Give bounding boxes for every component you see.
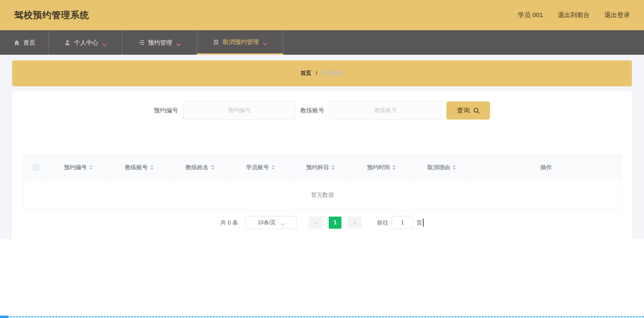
page-size-value: 10条/页	[258, 219, 276, 226]
breadcrumb: 首页 / 取消预约	[12, 60, 632, 86]
breadcrumb-home-link[interactable]: 首页	[301, 70, 311, 77]
goto-suffix: 页	[417, 219, 422, 227]
nav-item-label: 取消预约管理	[223, 38, 259, 46]
column-header-cancel-reason[interactable]: 取消理由	[413, 155, 471, 180]
column-label: 预约科目	[306, 164, 329, 171]
column-header-student-account[interactable]: 学员账号	[230, 155, 291, 180]
exit-to-front-link[interactable]: 退出到前台	[558, 11, 590, 19]
search-button[interactable]: 查询	[446, 101, 490, 120]
breadcrumb-current: 取消预约	[322, 70, 343, 77]
booking-no-input[interactable]	[183, 101, 296, 120]
nav-item-label: 首页	[23, 39, 36, 47]
booking-no-label: 预约编号	[154, 106, 178, 115]
select-all-cell	[24, 155, 48, 180]
nav-item-home[interactable]: 首页	[0, 30, 49, 55]
nav-item-label: 个人中心	[74, 39, 98, 47]
column-header-booking-subject[interactable]: 预约科目	[291, 155, 351, 180]
content-card: 预约编号 教练账号 查询	[12, 91, 632, 239]
chevron-right-icon: ›	[354, 220, 356, 226]
column-label: 学员账号	[246, 164, 269, 171]
prev-page-button[interactable]: ‹	[309, 217, 323, 229]
user-icon	[64, 39, 71, 46]
nav-item-personal-center[interactable]: 个人中心	[49, 30, 122, 55]
app-header: 驾校预约管理系统 学员 001 退出到前台 退出登录	[0, 0, 644, 30]
table-header-row: 预约编号 教练账号 教练姓名 学员账号	[24, 155, 622, 180]
bottom-dashed-line	[10, 316, 644, 317]
chevron-left-icon: ‹	[315, 220, 317, 226]
chevron-down-icon	[102, 41, 107, 44]
chevron-down-icon	[176, 41, 181, 44]
sort-carets-icon[interactable]	[271, 165, 275, 170]
home-icon	[13, 39, 20, 46]
cancel-booking-table: 预约编号 教练账号 教练姓名 学员账号	[23, 154, 621, 210]
column-header-actions: 操作	[471, 155, 622, 180]
column-label: 教练账号	[125, 164, 148, 171]
next-page-button[interactable]: ›	[347, 217, 362, 229]
sort-carets-icon[interactable]	[452, 165, 456, 170]
sort-carets-icon[interactable]	[150, 165, 154, 170]
text-cursor	[423, 219, 424, 227]
logout-link[interactable]: 退出登录	[604, 11, 630, 19]
total-count-text: 共 0 条	[220, 219, 238, 227]
chevron-down-icon	[263, 40, 267, 43]
column-label: 预约编号	[64, 164, 87, 171]
coach-account-label: 教练账号	[300, 106, 324, 115]
pagination: 共 0 条 10条/页 ‹ 1 › 前往 页	[12, 216, 632, 229]
select-all-checkbox[interactable]	[33, 164, 39, 171]
sort-carets-icon[interactable]	[89, 165, 93, 170]
user-label[interactable]: 学员 001	[518, 11, 543, 19]
column-label: 预约时间	[367, 164, 390, 171]
app-title: 驾校预约管理系统	[14, 9, 89, 21]
column-label: 教练姓名	[186, 164, 209, 171]
sort-carets-icon[interactable]	[392, 165, 396, 170]
search-button-label: 查询	[457, 106, 470, 115]
column-label: 操作	[540, 164, 552, 171]
nav-item-label: 预约管理	[148, 39, 172, 47]
sort-carets-icon[interactable]	[211, 165, 214, 170]
nav-item-booking-management[interactable]: 预约管理	[122, 30, 197, 55]
column-header-coach-name[interactable]: 教练姓名	[170, 155, 230, 180]
magnifier-icon	[473, 107, 480, 114]
column-header-booking-time[interactable]: 预约时间	[351, 155, 413, 180]
empty-row: 暂无数据	[24, 180, 622, 210]
chevron-down-icon	[280, 221, 284, 224]
column-label: 取消理由	[427, 164, 450, 171]
goto-page-input[interactable]	[392, 216, 413, 229]
nav-item-cancel-booking-management[interactable]: 取消预约管理	[197, 30, 283, 55]
sort-carets-icon[interactable]	[331, 165, 335, 170]
clipboard-check-icon	[213, 39, 219, 45]
page-size-select[interactable]: 10条/页	[246, 216, 297, 229]
column-header-booking-no[interactable]: 预约编号	[48, 155, 109, 180]
page-number-1[interactable]: 1	[329, 217, 341, 229]
goto-label: 前往	[377, 219, 388, 227]
header-actions: 学员 001 退出到前台 退出登录	[518, 11, 630, 19]
breadcrumb-separator: /	[316, 71, 317, 77]
list-icon	[138, 39, 145, 46]
bottom-line-start	[0, 316, 9, 318]
search-form: 预约编号 教练账号 查询	[12, 101, 632, 120]
page: 驾校预约管理系统 学员 001 退出到前台 退出登录 首页 个人中心	[0, 0, 644, 318]
empty-state-text: 暂无数据	[24, 180, 622, 210]
coach-account-input[interactable]	[329, 101, 442, 120]
column-header-coach-account[interactable]: 教练账号	[109, 155, 170, 180]
main-nav: 首页 个人中心 预约管理 取消预约管理	[0, 30, 644, 55]
